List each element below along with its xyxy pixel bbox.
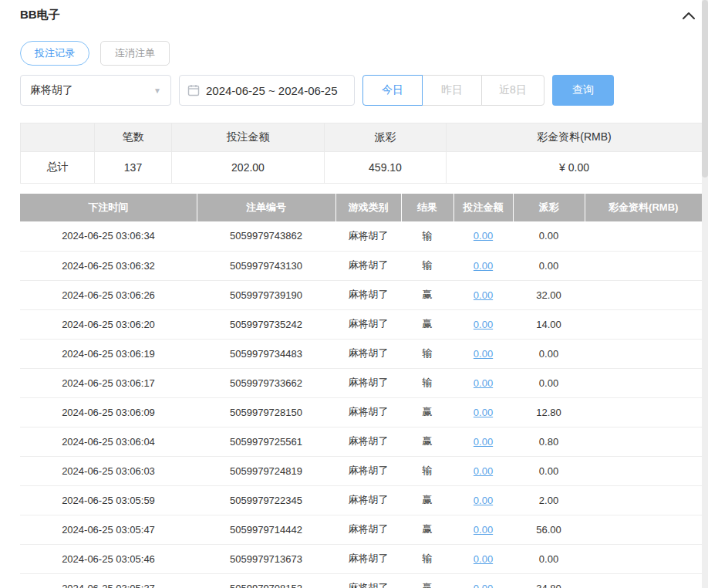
cell-payout: 56.00 — [513, 515, 585, 544]
cell-order-id: 5059979725561 — [197, 427, 335, 456]
cell-payout: 0.00 — [513, 544, 585, 573]
header-payout: 派彩 — [513, 194, 585, 221]
cell-order-id: 5059979743862 — [197, 221, 335, 251]
cell-bet-time: 2024-06-25 03:06:34 — [20, 221, 197, 251]
cell-bet-amount: 0.00 — [453, 339, 513, 368]
cell-payout: 0.00 — [513, 456, 585, 485]
cell-result: 赢 — [401, 573, 453, 588]
bet-amount-link[interactable]: 0.00 — [474, 436, 493, 448]
cell-bonus — [585, 309, 702, 339]
scrollbar-thumb[interactable] — [702, 0, 708, 177]
summary-header-bonus: 彩金资料(RMB) — [447, 123, 703, 152]
cell-bet-amount: 0.00 — [453, 309, 513, 339]
calendar-icon — [187, 84, 200, 96]
bet-amount-link[interactable]: 0.00 — [474, 319, 493, 330]
bet-amount-link[interactable]: 0.00 — [474, 524, 493, 536]
bet-amount-link[interactable]: 0.00 — [474, 495, 493, 506]
table-row: 2024-06-25 03:05:465059979713673麻将胡了输0.0… — [20, 544, 702, 573]
cell-result: 输 — [401, 339, 453, 368]
bet-amount-link[interactable]: 0.00 — [474, 583, 493, 588]
header-bet-amount: 投注金额 — [453, 194, 513, 221]
cell-payout: 14.00 — [513, 309, 585, 339]
last-8-days-button[interactable]: 近8日 — [481, 75, 544, 106]
summary-header-bet-amount: 投注金额 — [172, 123, 325, 152]
cell-payout: 0.80 — [513, 427, 585, 456]
cell-payout: 12.80 — [513, 397, 585, 427]
tab-cancelled-orders[interactable]: 连消注单 — [100, 41, 170, 66]
table-row: 2024-06-25 03:06:345059979743862麻将胡了输0.0… — [20, 221, 702, 251]
summary-total-label: 总计 — [21, 152, 95, 184]
cell-result: 输 — [401, 251, 453, 280]
cell-order-id: 5059979739190 — [197, 280, 335, 309]
cell-bet-amount: 0.00 — [453, 280, 513, 309]
bet-amount-link[interactable]: 0.00 — [474, 553, 493, 565]
cell-bonus — [585, 456, 702, 485]
cell-result: 赢 — [401, 397, 453, 427]
vertical-scrollbar[interactable] — [702, 0, 708, 588]
cell-game-type: 麻将胡了 — [335, 251, 401, 280]
cell-bonus — [585, 339, 702, 368]
header-order-id: 注单编号 — [197, 194, 335, 221]
cell-order-id: 5059979728150 — [197, 397, 335, 427]
header-bonus: 彩金资料(RMB) — [585, 194, 702, 221]
game-select[interactable]: 麻将胡了 ▼ — [20, 75, 171, 106]
bet-amount-link[interactable]: 0.00 — [474, 260, 493, 272]
cell-bet-time: 2024-06-25 03:06:04 — [20, 427, 197, 456]
cell-result: 输 — [401, 221, 453, 251]
cell-game-type: 麻将胡了 — [335, 515, 401, 544]
table-row: 2024-06-25 03:06:175059979733662麻将胡了输0.0… — [20, 368, 702, 397]
table-row: 2024-06-25 03:06:205059979735242麻将胡了赢0.0… — [20, 309, 702, 339]
chevron-up-icon — [682, 10, 696, 21]
cell-bet-time: 2024-06-25 03:05:59 — [20, 485, 197, 515]
bet-table-header-row: 下注时间 注单编号 游戏类别 结果 投注金额 派彩 彩金资料(RMB) — [20, 194, 702, 221]
quick-date-buttons: 今日 昨日 近8日 — [362, 75, 544, 106]
tab-bet-records[interactable]: 投注记录 — [20, 41, 89, 66]
bet-amount-link[interactable]: 0.00 — [474, 377, 493, 389]
summary-total-row: 总计 137 202.00 459.10 ¥ 0.00 — [21, 152, 703, 184]
chevron-up-icon[interactable] — [680, 8, 697, 22]
cell-bonus — [585, 544, 702, 573]
cell-game-type: 麻将胡了 — [335, 339, 401, 368]
cell-game-type: 麻将胡了 — [335, 573, 401, 588]
yesterday-button[interactable]: 昨日 — [422, 75, 482, 106]
cell-bet-amount: 0.00 — [453, 573, 513, 588]
bet-table-body: 2024-06-25 03:06:345059979743862麻将胡了输0.0… — [20, 221, 702, 588]
cell-game-type: 麻将胡了 — [335, 397, 401, 427]
cell-payout: 0.00 — [513, 368, 585, 397]
cell-bet-time: 2024-06-25 03:06:03 — [20, 456, 197, 485]
summary-header-count: 笔数 — [95, 123, 172, 152]
cell-bet-time: 2024-06-25 03:06:20 — [20, 309, 197, 339]
search-button[interactable]: 查询 — [552, 75, 614, 106]
summary-header-row: 笔数 投注金额 派彩 彩金资料(RMB) — [21, 123, 703, 152]
header-bet-time: 下注时间 — [20, 194, 197, 221]
cell-result: 输 — [401, 544, 453, 573]
cell-bet-time: 2024-06-25 03:06:32 — [20, 251, 197, 280]
bet-amount-link[interactable]: 0.00 — [474, 230, 493, 242]
cell-bet-amount: 0.00 — [453, 251, 513, 280]
cell-game-type: 麻将胡了 — [335, 221, 401, 251]
summary-table: 笔数 投注金额 派彩 彩金资料(RMB) 总计 137 202.00 459.1… — [20, 123, 703, 184]
bet-amount-link[interactable]: 0.00 — [474, 465, 493, 477]
cell-bonus — [585, 397, 702, 427]
cell-payout: 34.80 — [513, 573, 585, 588]
table-row: 2024-06-25 03:05:375059979708152麻将胡了赢0.0… — [20, 573, 702, 588]
cell-bet-time: 2024-06-25 03:05:46 — [20, 544, 197, 573]
game-select-value: 麻将胡了 — [30, 83, 73, 97]
bet-amount-link[interactable]: 0.00 — [474, 407, 493, 418]
cell-bet-amount: 0.00 — [453, 221, 513, 251]
cell-payout: 0.00 — [513, 251, 585, 280]
cell-bet-amount: 0.00 — [453, 368, 513, 397]
cell-order-id: 5059979714442 — [197, 515, 335, 544]
chevron-down-icon: ▼ — [153, 86, 161, 95]
table-row: 2024-06-25 03:06:095059979728150麻将胡了赢0.0… — [20, 397, 702, 427]
date-range-value: 2024-06-25 ~ 2024-06-25 — [206, 84, 338, 97]
today-button[interactable]: 今日 — [362, 75, 423, 106]
summary-total-count: 137 — [95, 152, 172, 184]
cell-result: 赢 — [401, 280, 453, 309]
cell-bet-amount: 0.00 — [453, 485, 513, 515]
bet-amount-link[interactable]: 0.00 — [474, 348, 493, 360]
table-row: 2024-06-25 03:05:595059979722345麻将胡了赢0.0… — [20, 485, 702, 515]
bet-amount-link[interactable]: 0.00 — [474, 289, 493, 301]
record-tabs: 投注记录 连消注单 — [20, 41, 702, 66]
date-range-picker[interactable]: 2024-06-25 ~ 2024-06-25 — [179, 75, 355, 106]
